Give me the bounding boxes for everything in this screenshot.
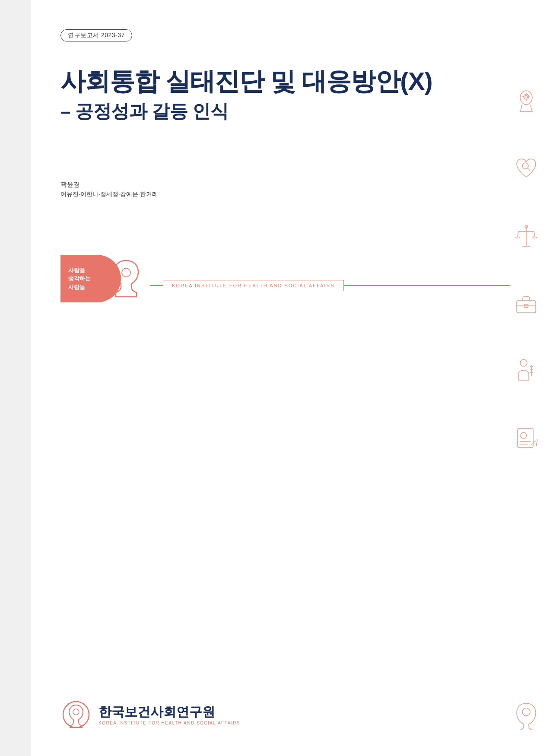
bottom-right-icon	[512, 701, 541, 730]
svg-point-7	[522, 163, 528, 169]
svg-point-24	[521, 432, 527, 438]
document-person-icon	[512, 423, 541, 453]
logo-korean-text: 한국보건사회연구원	[99, 704, 240, 720]
svg-line-12	[518, 232, 518, 237]
heart-search-icon	[512, 154, 541, 183]
svg-line-8	[528, 168, 530, 171]
right-icons-column	[512, 86, 541, 453]
kihasa-logo-icon	[60, 699, 92, 730]
bottom-logo-text: 한국보건사회연구원 KOREA INSTITUTE FOR HEALTH AND…	[99, 704, 240, 725]
svg-line-13	[534, 232, 535, 237]
report-badge: 연구보고서 2023-37	[60, 29, 132, 41]
head-target-icon	[512, 86, 541, 116]
kihasa-text: KOREA INSTITUTE FOR HEALTH AND SOCIAL AF…	[163, 280, 344, 291]
kihasa-line: KOREA INSTITUTE FOR HEALTH AND SOCIAL AF…	[150, 280, 510, 291]
svg-point-30	[73, 709, 79, 715]
slogan-text: 사람을 생각하는 사람들	[68, 266, 91, 292]
logo-english-text: KOREA INSTITUTE FOR HEALTH AND SOCIAL AF…	[99, 721, 240, 725]
main-title: 사회통합 실태진단 및 대응방안(X) – 공정성과 갈등 인식	[60, 67, 475, 124]
author-main: 곽윤경	[60, 181, 158, 189]
svg-point-19	[520, 359, 527, 366]
svg-point-2	[525, 95, 528, 98]
person-hand-icon	[512, 356, 541, 385]
svg-point-31	[522, 708, 530, 716]
author-sub: 여유진·이한나·정세정·강예은·한겨레	[60, 191, 158, 198]
briefcase-icon	[512, 289, 541, 318]
left-sidebar	[0, 0, 31, 756]
svg-line-27	[531, 441, 536, 445]
svg-point-1	[524, 94, 529, 99]
svg-rect-15	[517, 301, 536, 313]
scales-icon	[512, 221, 541, 251]
head-silhouette-box	[107, 255, 146, 302]
report-badge-text: 연구보고서 2023-37	[68, 32, 125, 38]
svg-point-0	[520, 91, 532, 105]
title-line2: – 공정성과 갈등 인식	[60, 99, 475, 124]
main-content: 연구보고서 2023-37 사회통합 실태진단 및 대응방안(X) – 공정성과…	[31, 0, 553, 756]
svg-point-28	[122, 268, 130, 277]
bottom-logo: 한국보건사회연구원 KOREA INSTITUTE FOR HEALTH AND…	[60, 699, 240, 730]
title-line1: 사회통합 실태진단 및 대응방안(X)	[60, 67, 475, 96]
authors-section: 곽윤경 여유진·이한나·정세정·강예은·한겨레	[60, 181, 158, 198]
